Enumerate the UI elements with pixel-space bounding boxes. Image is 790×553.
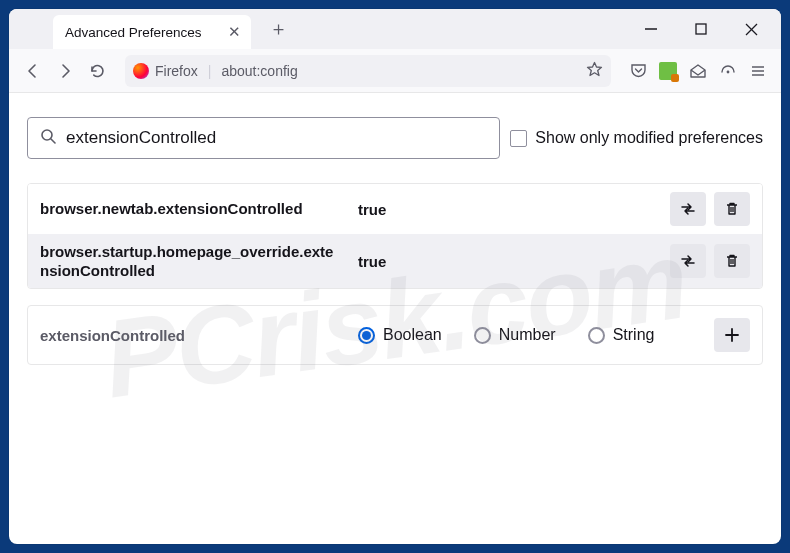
- reload-button[interactable]: [83, 57, 111, 85]
- urlbar-separator: |: [208, 63, 212, 79]
- close-window-button[interactable]: [741, 19, 761, 39]
- bookmark-star-icon[interactable]: [586, 61, 603, 81]
- window-controls: [641, 19, 775, 39]
- forward-button[interactable]: [51, 57, 79, 85]
- svg-rect-1: [696, 24, 706, 34]
- delete-button[interactable]: [714, 244, 750, 278]
- radio-icon: [474, 327, 491, 344]
- shield-icon[interactable]: [715, 58, 741, 84]
- identity-label: Firefox: [155, 63, 198, 79]
- firefox-logo-icon: [133, 63, 149, 79]
- radio-icon: [588, 327, 605, 344]
- radio-boolean[interactable]: Boolean: [358, 326, 442, 344]
- preference-value: true: [358, 201, 654, 218]
- svg-point-4: [727, 70, 730, 73]
- show-modified-checkbox-row[interactable]: Show only modified preferences: [510, 129, 763, 147]
- radio-icon: [358, 327, 375, 344]
- new-preference-name: extensionControlled: [40, 327, 342, 344]
- search-box[interactable]: [27, 117, 500, 159]
- svg-line-9: [51, 139, 55, 143]
- search-icon: [40, 128, 56, 148]
- new-preference-row: extensionControlled Boolean Number Strin…: [27, 305, 763, 365]
- radio-number[interactable]: Number: [474, 326, 556, 344]
- preference-row[interactable]: browser.newtab.extensionControlled true: [28, 184, 762, 234]
- identity-box[interactable]: Firefox: [133, 63, 198, 79]
- new-tab-button[interactable]: ＋: [265, 12, 292, 46]
- add-button[interactable]: [714, 318, 750, 352]
- toggle-button[interactable]: [670, 244, 706, 278]
- extension-icon[interactable]: [655, 58, 681, 84]
- preference-row[interactable]: browser.startup.homepage_override.extens…: [28, 234, 762, 288]
- toolbar: Firefox | about:config: [9, 49, 781, 93]
- delete-button[interactable]: [714, 192, 750, 226]
- search-input[interactable]: [66, 128, 487, 148]
- minimize-button[interactable]: [641, 19, 661, 39]
- preference-name: browser.startup.homepage_override.extens…: [40, 242, 342, 280]
- url-text: about:config: [221, 63, 297, 79]
- pocket-icon[interactable]: [625, 58, 651, 84]
- radio-string[interactable]: String: [588, 326, 655, 344]
- titlebar: Advanced Preferences ✕ ＋: [9, 9, 781, 49]
- close-tab-icon[interactable]: ✕: [228, 23, 241, 41]
- maximize-button[interactable]: [691, 19, 711, 39]
- checkbox-icon[interactable]: [510, 130, 527, 147]
- browser-tab[interactable]: Advanced Preferences ✕: [53, 15, 251, 49]
- type-options: Boolean Number String: [358, 326, 698, 344]
- inbox-icon[interactable]: [685, 58, 711, 84]
- tab-title: Advanced Preferences: [65, 25, 202, 40]
- url-bar[interactable]: Firefox | about:config: [125, 55, 611, 87]
- page-content: Show only modified preferences browser.n…: [9, 93, 781, 389]
- back-button[interactable]: [19, 57, 47, 85]
- menu-button[interactable]: [745, 58, 771, 84]
- show-modified-label: Show only modified preferences: [535, 129, 763, 147]
- toggle-button[interactable]: [670, 192, 706, 226]
- preference-value: true: [358, 253, 654, 270]
- preference-name: browser.newtab.extensionControlled: [40, 199, 342, 218]
- preferences-table: browser.newtab.extensionControlled true …: [27, 183, 763, 289]
